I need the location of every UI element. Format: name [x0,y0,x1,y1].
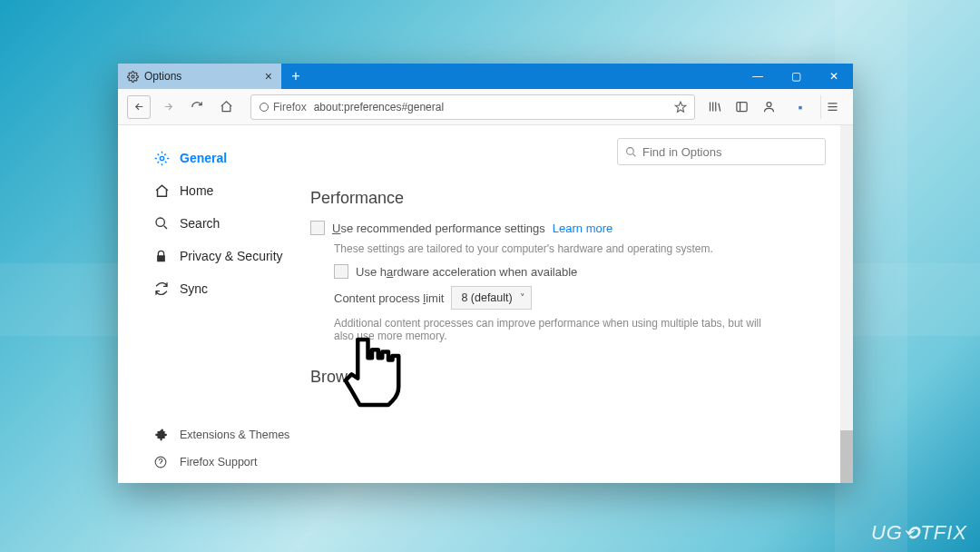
svg-rect-2 [737,103,747,112]
reload-button[interactable] [185,95,209,119]
search-input[interactable]: Find in Options [617,138,826,165]
forward-button[interactable] [156,95,180,119]
sidebar-item-general[interactable]: General [154,142,307,174]
opt-process-limit: Content process limit 8 (default) [334,286,826,310]
sidebar-item-label: Extensions & Themes [180,429,289,441]
firefox-icon [259,102,270,113]
bookmark-star-icon[interactable] [674,101,687,113]
section-title-browsing: Browsing [310,368,826,387]
new-tab-button[interactable]: + [281,64,310,89]
puzzle-icon [154,429,171,441]
window-minimize[interactable]: — [739,64,777,89]
url-bar[interactable]: Firefox about:preferences#general [250,94,695,120]
sidebar-item-home[interactable]: Home [154,174,307,207]
help-icon [154,456,171,468]
navbar: Firefox about:preferences#general ▪ [118,89,853,125]
label-hardware-accel: Use hardware acceleration when available [356,265,577,279]
scrollbar-thumb[interactable] [840,430,853,483]
tab-options[interactable]: Options × [118,64,281,89]
lock-icon [154,250,171,263]
opt-hardware-accel[interactable]: Use hardware acceleration when available [334,264,826,279]
window-maximize[interactable]: ▢ [777,64,815,89]
window-close[interactable]: ✕ [815,64,853,89]
search-icon [154,216,171,231]
learn-more-link[interactable]: Learn more [553,222,612,235]
label-recommended: Use recommended performance settings [332,222,545,235]
gear-icon [127,71,139,83]
account-icon[interactable] [762,100,784,113]
gear-icon [154,151,171,166]
url-text: about:preferences#general [314,101,444,113]
sidebar-item-extensions[interactable]: Extensions & Themes [154,421,307,448]
url-prefix: Firefox [273,101,307,113]
search-icon [625,146,637,158]
opt-recommended-settings[interactable]: Use recommended performance settings Lea… [310,221,826,235]
sidebar-item-privacy[interactable]: Privacy & Security [154,240,307,272]
select-process-limit[interactable]: 8 (default) [451,286,531,310]
firefox-window: Options × + — ▢ ✕ Firefox about:prefe [118,64,853,483]
sidebar-item-label: General [180,151,227,165]
sidebar-item-label: Home [180,183,213,198]
svg-point-1 [260,103,269,111]
tab-title: Options [144,70,181,83]
library-icon[interactable] [708,100,730,113]
svg-point-7 [627,147,634,154]
sidebar-item-label: Firefox Support [180,456,257,468]
section-title-performance: Performance [310,189,826,208]
watermark: UG⟲TFIX [871,521,967,545]
checkbox-recommended[interactable] [310,221,325,235]
sidebar-item-search[interactable]: Search [154,207,307,240]
svg-point-5 [156,218,164,226]
label-process-limit: Content process limit [334,291,444,305]
sidebar-item-support[interactable]: Firefox Support [154,448,307,476]
extension-icon[interactable]: ▪ [789,100,811,114]
home-button[interactable] [214,95,238,119]
svg-point-0 [132,74,134,77]
svg-point-3 [767,103,771,107]
sync-icon [154,281,171,296]
sidebar-item-label: Privacy & Security [180,249,283,263]
search-placeholder: Find in Options [642,145,721,159]
sidebar: General Home Search Privacy & Security [118,125,307,483]
svg-point-4 [160,156,163,160]
checkbox-hardware-accel[interactable] [334,264,348,279]
scrollbar[interactable] [840,125,853,483]
home-icon [154,183,171,199]
main-panel: Find in Options Performance Use recommen… [307,125,853,483]
back-button[interactable] [127,95,151,119]
sidebar-toggle-icon[interactable] [735,100,757,113]
hamburger-menu[interactable] [820,95,844,119]
sidebar-item-sync[interactable]: Sync [154,272,307,305]
sidebar-item-label: Search [180,216,220,231]
text-recommended-desc: These settings are tailored to your comp… [334,242,826,255]
text-process-desc: Additional content processes can improve… [334,317,769,342]
tab-close-icon[interactable]: × [265,69,272,84]
titlebar: Options × + — ▢ ✕ [118,64,853,89]
sidebar-item-label: Sync [180,281,208,296]
